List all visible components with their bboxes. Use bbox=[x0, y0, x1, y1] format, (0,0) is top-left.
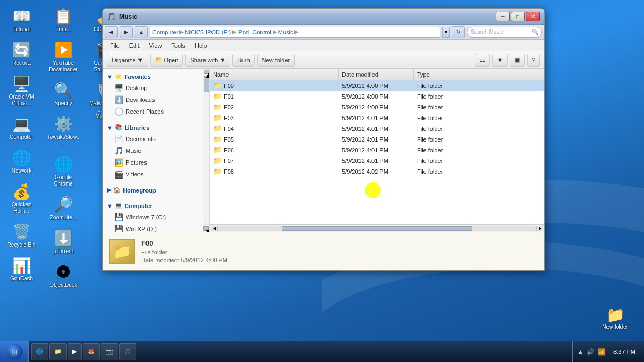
sidebar-favorites-header[interactable]: ▼ ⭐ Favorites bbox=[103, 71, 209, 82]
search-box[interactable]: Search Music 🔍 bbox=[467, 27, 542, 38]
sidebar-item-label: Videos bbox=[126, 171, 143, 178]
sidebar-item-music[interactable]: 🎵 Music bbox=[103, 145, 209, 157]
desktop-icon-utorrent[interactable]: ⬇️ µTorrent bbox=[45, 227, 82, 257]
taskbar-firefox[interactable]: 🦊 bbox=[83, 343, 100, 360]
scroll-down-arrow[interactable]: ▼ bbox=[203, 226, 209, 231]
organize-button[interactable]: Organize ▼ bbox=[107, 54, 148, 67]
file-cell-date: 5/9/2012 4:00 PM bbox=[339, 104, 414, 110]
menu-help[interactable]: Help bbox=[191, 41, 211, 50]
tray-volume-icon[interactable]: 🔊 bbox=[587, 348, 595, 356]
new-folder-button[interactable]: New folder bbox=[257, 54, 295, 67]
date-label: Date modified: bbox=[141, 257, 179, 263]
share-with-button[interactable]: Share with ▼ bbox=[185, 54, 230, 67]
breadcrumb-computer[interactable]: Computer bbox=[152, 29, 178, 35]
breadcrumb[interactable]: Computer ▶ NICK'S IPOD (F:) ▶ iPod_Contr… bbox=[150, 27, 440, 38]
scroll-thumb[interactable] bbox=[282, 226, 473, 231]
menu-edit[interactable]: Edit bbox=[125, 41, 144, 50]
breadcrumb-ipod-control[interactable]: iPod_Control bbox=[237, 29, 272, 35]
desktop-icon-oracle-vm[interactable]: 🖥️ Oracle VM Virtual... bbox=[3, 73, 40, 109]
menu-tools[interactable]: Tools bbox=[167, 41, 189, 50]
sidebar-item-pictures[interactable]: 🖼️ Pictures bbox=[103, 157, 209, 168]
column-header-type[interactable]: Type bbox=[414, 69, 544, 80]
scroll-track[interactable] bbox=[217, 226, 537, 231]
desktop-icon-speccy[interactable]: 🔍 Speccy bbox=[45, 79, 82, 109]
desktop-icon-recycle-bin[interactable]: 🗑️ Recycle Bin bbox=[3, 221, 40, 250]
homegroup-icon: 🏠 bbox=[113, 187, 121, 194]
sidebar-libraries-header[interactable]: ▼ 📚 Libraries bbox=[103, 122, 209, 133]
refresh-button[interactable]: ↻ bbox=[452, 26, 465, 38]
tray-network-icon[interactable]: 📶 bbox=[598, 348, 606, 356]
file-name: F05 bbox=[224, 136, 234, 143]
taskbar-media[interactable]: ▶ bbox=[68, 343, 82, 360]
taskbar-clock[interactable]: 8:37 PM bbox=[609, 349, 640, 355]
share-dropdown-icon: ▼ bbox=[219, 57, 225, 63]
sidebar-homegroup-header[interactable]: ▶ 🏠 Homegroup bbox=[103, 184, 209, 196]
sidebar-item-videos[interactable]: 🎬 Videos bbox=[103, 168, 209, 180]
breadcrumb-music[interactable]: Music bbox=[278, 29, 294, 35]
breadcrumb-ipod[interactable]: NICK'S IPOD (F:) bbox=[185, 29, 231, 35]
desktop-icon-computer[interactable]: 💻 Computer bbox=[3, 113, 40, 143]
desktop-icon-tutorial[interactable]: 📖 Tutorial bbox=[3, 5, 40, 35]
scroll-right-arrow[interactable]: ▶ bbox=[537, 226, 543, 231]
maximize-button[interactable]: □ bbox=[511, 12, 525, 21]
desktop-icon-new-folder[interactable]: 📁 New folder bbox=[602, 306, 628, 330]
scroll-left-arrow[interactable]: ◀ bbox=[211, 226, 217, 231]
file-row[interactable]: 📁 F04 5/9/2012 4:01 PM File folder bbox=[210, 123, 544, 134]
desktop-icon-zoomliter[interactable]: 🔎 ZoomLite... bbox=[45, 194, 82, 223]
taskbar-winamp[interactable]: 🎵 bbox=[119, 343, 136, 360]
desktop-icon-tweaks[interactable]: ⚙️ TweaksSlow... bbox=[45, 113, 82, 149]
up-button[interactable]: ▲ bbox=[135, 26, 148, 38]
minimize-button[interactable]: ─ bbox=[496, 12, 510, 21]
folder-icon: 📁 bbox=[213, 124, 222, 132]
desktop-icon-network[interactable]: 🌐 Network bbox=[3, 147, 40, 176]
desktop-icon-recuva[interactable]: 🔄 Recuva bbox=[3, 39, 40, 69]
desktop-icon-youtube-dl[interactable]: ▶️ YouTube Downloader bbox=[45, 39, 82, 75]
sidebar-item-winxp[interactable]: 💾 Win XP (D:) bbox=[103, 223, 209, 232]
menu-file[interactable]: File bbox=[106, 41, 124, 50]
close-button[interactable]: ✕ bbox=[526, 12, 540, 21]
preview-pane-button[interactable]: ▣ bbox=[510, 54, 525, 67]
taskbar-ie[interactable]: 🌐 bbox=[31, 343, 48, 360]
file-row[interactable]: 📁 F00 5/9/2012 4:00 PM File folder bbox=[210, 80, 544, 91]
file-row[interactable]: 📁 F02 5/9/2012 4:00 PM File folder bbox=[210, 102, 544, 113]
sidebar-scrollbar[interactable]: ▲ ▼ bbox=[203, 69, 209, 232]
column-header-name[interactable]: Name bbox=[210, 69, 339, 80]
desktop-icon-objectdock[interactable]: 🞉 ObjectDock bbox=[45, 261, 82, 291]
view-button[interactable]: ⚏ bbox=[475, 54, 490, 67]
help-button[interactable]: ? bbox=[527, 54, 540, 67]
file-cell-type: File folder bbox=[414, 115, 544, 121]
start-button[interactable]: ⊞ bbox=[0, 341, 29, 363]
menu-view[interactable]: View bbox=[145, 41, 166, 50]
forward-button[interactable]: ▶ bbox=[120, 26, 133, 38]
desktop-icon-gnucash[interactable]: 📊 GnuCash bbox=[3, 255, 40, 284]
burn-button[interactable]: Burn bbox=[232, 54, 254, 67]
tray-expand-icon[interactable]: ▲ bbox=[577, 348, 583, 356]
back-button[interactable]: ◀ bbox=[105, 26, 118, 38]
sidebar-item-documents[interactable]: 📄 Documents bbox=[103, 133, 209, 145]
sidebar-computer-header[interactable]: ▼ 💻 Computer bbox=[103, 200, 209, 211]
desktop-icon-quicken[interactable]: 💰 Quicken Hom... bbox=[3, 181, 40, 217]
sidebar-item-windows7[interactable]: 💾 Windows 7 (C:) bbox=[103, 211, 209, 223]
file-row[interactable]: 📁 F06 5/9/2012 4:01 PM File folder bbox=[210, 145, 544, 156]
open-button[interactable]: 📂 Open bbox=[150, 54, 184, 67]
desktop-icon-chrome[interactable]: 🌐 Google Chrome bbox=[45, 153, 82, 189]
file-row[interactable]: 📁 F05 5/9/2012 4:01 PM File folder bbox=[210, 134, 544, 145]
file-row[interactable]: 📁 F08 5/9/2012 4:02 PM File folder bbox=[210, 166, 544, 177]
sidebar-item-desktop[interactable]: 🖥️ Desktop bbox=[103, 82, 209, 94]
taskbar-explorer[interactable]: 📁 bbox=[49, 343, 67, 360]
file-row[interactable]: 📁 F07 5/9/2012 4:01 PM File folder bbox=[210, 156, 544, 166]
column-header-date[interactable]: Date modified bbox=[339, 69, 414, 80]
preview-icon: 📁 bbox=[109, 239, 135, 264]
horizontal-scrollbar[interactable]: ◀ ▶ bbox=[210, 224, 544, 232]
search-icon: 🔍 bbox=[532, 29, 538, 35]
file-row[interactable]: 📁 F03 5/9/2012 4:01 PM File folder bbox=[210, 113, 544, 123]
view-dropdown[interactable]: ▼ bbox=[492, 54, 508, 67]
sidebar-item-downloads[interactable]: ⬇️ Downloads bbox=[103, 94, 209, 106]
taskbar-unknown[interactable]: 📷 bbox=[101, 343, 118, 360]
desktop-icon-turbotax[interactable]: 📋 Turb... bbox=[45, 5, 82, 35]
sidebar-item-recent[interactable]: 🕒 Recent Places bbox=[103, 106, 209, 117]
file-row[interactable]: 📁 F01 5/9/2012 4:00 PM File folder bbox=[210, 91, 544, 102]
address-dropdown[interactable]: ▼ bbox=[442, 27, 450, 38]
scroll-up-arrow[interactable]: ▲ bbox=[204, 70, 209, 74]
preview-date: Date modified: 5/9/2012 4:00 PM bbox=[141, 257, 228, 263]
